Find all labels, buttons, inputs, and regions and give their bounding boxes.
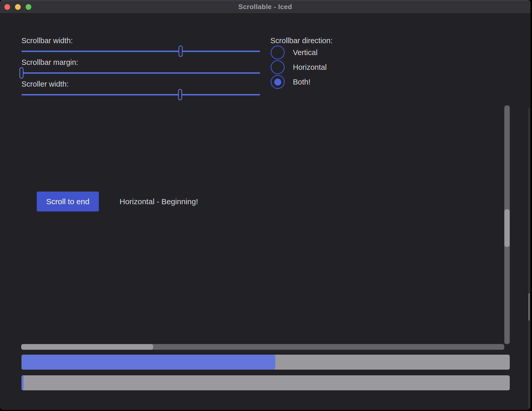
- vertical-scrollbar-track[interactable]: [504, 105, 510, 344]
- radio-option-vertical[interactable]: Vertical: [271, 45, 317, 59]
- slider-rail[interactable]: [21, 72, 260, 74]
- scrollbar-width-slider[interactable]: [21, 45, 260, 57]
- radio-circle-icon[interactable]: [271, 60, 285, 74]
- vertical-progress-fill: [21, 375, 24, 390]
- window-title: Scrollable - Iced: [238, 3, 292, 11]
- scroll-status-text: Horizontal - Beginning!: [120, 192, 198, 211]
- scroller-width-label: Scroller width:: [21, 79, 69, 89]
- titlebar: Scrollable - Iced: [0, 0, 530, 13]
- scroll-to-end-button-label: Scroll to end: [46, 197, 90, 206]
- slider-handle[interactable]: [179, 45, 183, 57]
- horizontal-scrollbar-track[interactable]: [21, 344, 504, 350]
- window-edge-scrollbar-track: [528, 109, 530, 408]
- window-edge-scrollbar-thumb[interactable]: [528, 293, 530, 321]
- zoom-window-button[interactable]: [26, 4, 31, 10]
- scrollbar-margin-slider[interactable]: [21, 67, 260, 79]
- slider-handle[interactable]: [178, 89, 182, 100]
- vertical-progress-bar: [21, 375, 510, 390]
- horizontal-scrollbar-thumb[interactable]: [21, 344, 153, 350]
- app-window: Scrollable - Iced Scrollbar width: Scrol…: [0, 0, 530, 410]
- horizontal-progress-fill: [21, 355, 275, 370]
- radio-circle-icon[interactable]: [271, 45, 285, 59]
- scrollbar-margin-label: Scrollbar margin:: [21, 58, 78, 67]
- scrollbar-width-label: Scrollbar width:: [21, 36, 73, 45]
- scroller-width-slider[interactable]: [21, 89, 260, 100]
- radio-circle-icon[interactable]: [271, 75, 285, 89]
- slider-rail[interactable]: [21, 94, 260, 95]
- scrollbar-direction-label: Scrollbar direction:: [270, 36, 333, 45]
- scroll-to-end-button[interactable]: Scroll to end: [37, 192, 99, 211]
- radio-option-horizontal[interactable]: Horizontal: [271, 60, 327, 74]
- minimize-window-button[interactable]: [15, 4, 21, 10]
- slider-handle[interactable]: [19, 67, 24, 79]
- slider-rail[interactable]: [21, 51, 260, 52]
- horizontal-progress-bar: [21, 355, 510, 370]
- radio-label: Horizontal: [293, 63, 327, 72]
- radio-label: Vertical: [293, 48, 317, 57]
- radio-selected-dot: [274, 79, 281, 86]
- close-window-button[interactable]: [4, 4, 10, 10]
- radio-option-both[interactable]: Both!: [271, 75, 311, 89]
- radio-label: Both!: [293, 78, 311, 86]
- vertical-scrollbar-thumb[interactable]: [504, 209, 510, 247]
